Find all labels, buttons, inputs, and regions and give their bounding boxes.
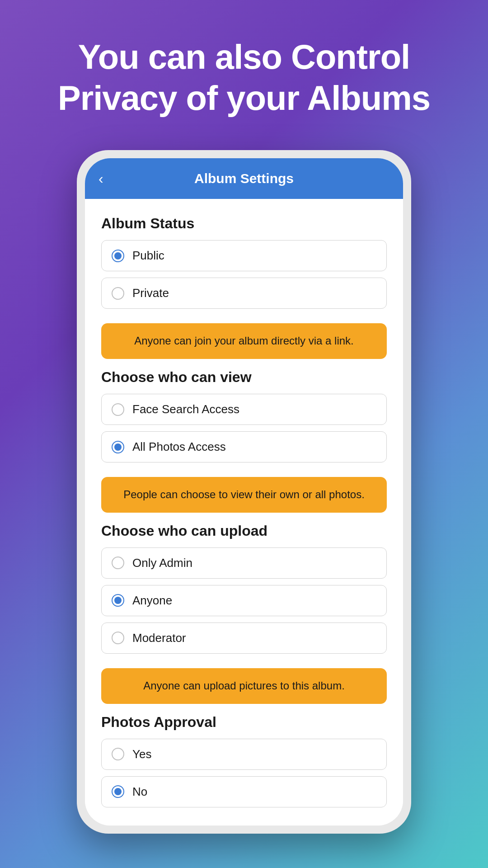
- radio-face-search[interactable]: Face Search Access: [101, 394, 387, 425]
- who-can-view-title: Choose who can view: [101, 369, 387, 386]
- radio-label-no: No: [132, 785, 147, 799]
- radio-circle-private: [112, 287, 124, 300]
- back-button[interactable]: ‹: [99, 170, 103, 187]
- who-can-upload-info-text: Anyone can upload pictures to this album…: [143, 679, 345, 692]
- radio-anyone-upload[interactable]: Anyone: [101, 585, 387, 616]
- who-can-view-info-text: People can choose to view their own or a…: [123, 488, 365, 500]
- radio-no[interactable]: No: [101, 776, 387, 807]
- who-can-view-info: People can choose to view their own or a…: [101, 477, 387, 513]
- radio-label-only-admin: Only Admin: [132, 556, 192, 570]
- radio-label-face-search: Face Search Access: [132, 402, 239, 416]
- radio-circle-public: [112, 250, 124, 262]
- radio-all-photos[interactable]: All Photos Access: [101, 431, 387, 462]
- album-status-info-text: Anyone can join your album directly via …: [134, 335, 354, 347]
- app-header-title: Album Settings: [194, 171, 294, 186]
- album-status-options: Public Private: [101, 240, 387, 315]
- photos-approval-title: Photos Approval: [101, 714, 387, 731]
- radio-circle-moderator: [112, 632, 124, 644]
- radio-label-private: Private: [132, 286, 169, 300]
- who-can-view-section: Choose who can view Face Search Access A…: [101, 369, 387, 513]
- photos-approval-section: Photos Approval Yes No: [101, 714, 387, 807]
- album-status-title: Album Status: [101, 215, 387, 232]
- phone-frame: ‹ Album Settings Album Status Public Pri…: [77, 150, 411, 833]
- radio-circle-anyone-upload: [112, 594, 124, 607]
- app-header: ‹ Album Settings: [85, 158, 403, 199]
- radio-circle-all-photos: [112, 441, 124, 453]
- who-can-upload-info: Anyone can upload pictures to this album…: [101, 668, 387, 704]
- hero-title: You can also Control Privacy of your Alb…: [18, 36, 470, 118]
- album-status-info: Anyone can join your album directly via …: [101, 323, 387, 359]
- radio-circle-only-admin: [112, 557, 124, 569]
- radio-label-anyone-upload: Anyone: [132, 594, 172, 608]
- radio-circle-face-search: [112, 403, 124, 416]
- who-can-upload-section: Choose who can upload Only Admin Anyone …: [101, 523, 387, 704]
- radio-circle-no: [112, 785, 124, 798]
- phone-inner: ‹ Album Settings Album Status Public Pri…: [85, 158, 403, 825]
- radio-moderator[interactable]: Moderator: [101, 623, 387, 654]
- radio-circle-yes: [112, 748, 124, 760]
- radio-public[interactable]: Public: [101, 240, 387, 271]
- photos-approval-options: Yes No: [101, 739, 387, 807]
- radio-yes[interactable]: Yes: [101, 739, 387, 770]
- app-content: Album Status Public Private Anyone can j…: [85, 199, 403, 825]
- radio-label-public: Public: [132, 249, 164, 263]
- radio-label-moderator: Moderator: [132, 631, 186, 645]
- radio-only-admin[interactable]: Only Admin: [101, 547, 387, 579]
- radio-private[interactable]: Private: [101, 278, 387, 309]
- who-can-upload-options: Only Admin Anyone Moderator: [101, 547, 387, 660]
- who-can-view-options: Face Search Access All Photos Access: [101, 394, 387, 469]
- who-can-upload-title: Choose who can upload: [101, 523, 387, 539]
- radio-label-all-photos: All Photos Access: [132, 440, 226, 454]
- radio-label-yes: Yes: [132, 747, 151, 761]
- album-status-section: Album Status Public Private Anyone can j…: [101, 215, 387, 359]
